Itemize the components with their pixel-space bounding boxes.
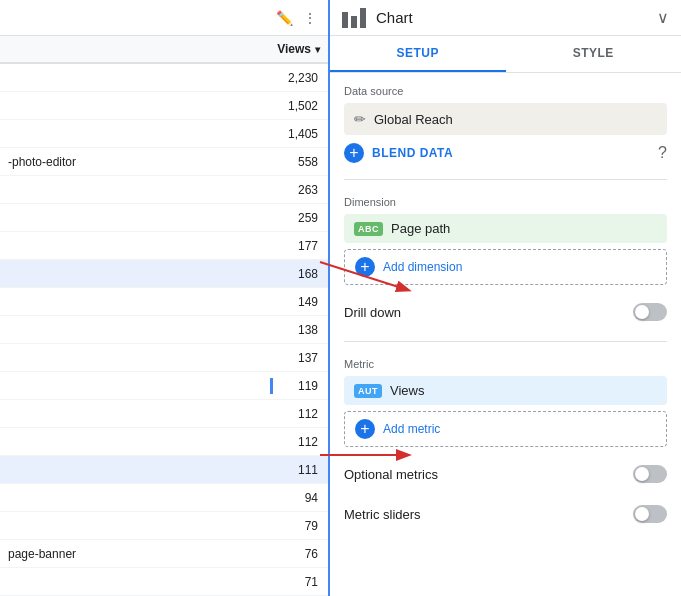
table-row[interactable]: page-banner 76 <box>0 540 328 568</box>
table-body: 2,230 1,502 1,405 -photo-editor 558 263 … <box>0 64 328 596</box>
add-metric-label: Add metric <box>383 422 440 436</box>
table-row[interactable]: 112 <box>0 428 328 456</box>
chart-icon-svg <box>342 8 366 28</box>
dimension-name: Page path <box>391 221 450 236</box>
tab-setup[interactable]: SETUP <box>330 36 506 72</box>
toggle-thumb <box>635 305 649 319</box>
table-row[interactable]: 94 <box>0 484 328 512</box>
add-dimension-label: Add dimension <box>383 260 462 274</box>
chart-header: Chart ∨ <box>330 0 681 36</box>
panel-content: Data source ✏ Global Reach + BLEND DATA … <box>330 73 681 539</box>
metric-box[interactable]: AUT Views <box>344 376 667 405</box>
table-row[interactable]: 263 <box>0 176 328 204</box>
chart-title: Chart <box>376 9 647 26</box>
edit-icon[interactable]: ✏️ <box>274 8 294 28</box>
svg-rect-5 <box>351 16 357 28</box>
col-header-row: Views ▾ <box>0 36 328 64</box>
table-row[interactable]: -photo-editor 558 <box>0 148 328 176</box>
table-row[interactable]: 149 <box>0 288 328 316</box>
drill-down-label: Drill down <box>344 305 401 320</box>
table-row[interactable]: 1,502 <box>0 92 328 120</box>
drill-down-row: Drill down <box>344 299 667 325</box>
dimension-label: Dimension <box>344 196 667 208</box>
table-row[interactable]: 71 <box>0 568 328 596</box>
optional-metrics-label: Optional metrics <box>344 467 438 482</box>
toggle-thumb-2 <box>635 467 649 481</box>
blend-label: BLEND DATA <box>372 146 453 160</box>
metric-section: Metric AUT Views + Add metric <box>344 358 667 447</box>
blend-plus-icon: + <box>344 143 364 163</box>
table-row-highlighted-dimension[interactable]: 168 <box>0 260 328 288</box>
metric-sliders-toggle[interactable] <box>633 505 667 523</box>
blend-data-row[interactable]: + BLEND DATA ? <box>344 143 667 163</box>
table-row[interactable]: 2,230 <box>0 64 328 92</box>
add-metric-plus-icon: + <box>355 419 375 439</box>
table-row[interactable]: 1,405 <box>0 120 328 148</box>
metric-sliders-row: Metric sliders <box>344 501 667 527</box>
bar-indicator <box>270 378 273 394</box>
svg-rect-4 <box>342 12 348 28</box>
data-source-section: Data source ✏ Global Reach + BLEND DATA … <box>344 85 667 163</box>
dimension-section: Dimension ABC Page path + Add dimension <box>344 196 667 285</box>
optional-metrics-toggle[interactable] <box>633 465 667 483</box>
sort-icon: ▾ <box>315 44 320 55</box>
table-row[interactable]: 79 <box>0 512 328 540</box>
table-row-highlighted-metric[interactable]: 111 <box>0 456 328 484</box>
toggle-thumb-3 <box>635 507 649 521</box>
chevron-down-icon[interactable]: ∨ <box>657 8 669 27</box>
chart-icon <box>342 8 366 28</box>
divider-2 <box>344 341 667 342</box>
tab-style[interactable]: STYLE <box>506 36 682 72</box>
table-row[interactable]: 177 <box>0 232 328 260</box>
aut-badge: AUT <box>354 384 382 398</box>
table-row[interactable]: 112 <box>0 400 328 428</box>
add-metric-box[interactable]: + Add metric <box>344 411 667 447</box>
add-dimension-box[interactable]: + Add dimension <box>344 249 667 285</box>
table-row[interactable]: 137 <box>0 344 328 372</box>
metric-label: Metric <box>344 358 667 370</box>
add-dimension-plus-icon: + <box>355 257 375 277</box>
data-source-box[interactable]: ✏ Global Reach <box>344 103 667 135</box>
metric-sliders-label: Metric sliders <box>344 507 421 522</box>
data-source-name: Global Reach <box>374 112 453 127</box>
dimension-box[interactable]: ABC Page path <box>344 214 667 243</box>
table-header: ✏️ ⋮ <box>0 0 328 36</box>
optional-metrics-row: Optional metrics <box>344 461 667 487</box>
divider <box>344 179 667 180</box>
views-col-header[interactable]: Views ▾ <box>277 42 320 56</box>
more-icon[interactable]: ⋮ <box>300 8 320 28</box>
tabs-row: SETUP STYLE <box>330 36 681 73</box>
abc-badge: ABC <box>354 222 383 236</box>
table-actions: ✏️ ⋮ <box>274 8 320 28</box>
drill-down-toggle[interactable] <box>633 303 667 321</box>
table-row[interactable]: 138 <box>0 316 328 344</box>
table-row[interactable]: 259 <box>0 204 328 232</box>
svg-rect-6 <box>360 8 366 28</box>
table-row[interactable]: 119 <box>0 372 328 400</box>
data-source-label: Data source <box>344 85 667 97</box>
help-icon[interactable]: ? <box>658 144 667 162</box>
metric-name: Views <box>390 383 424 398</box>
left-table-panel: ✏️ ⋮ Views ▾ 2,230 1,502 1,405 -photo-ed… <box>0 0 330 596</box>
pencil-icon: ✏ <box>354 111 366 127</box>
right-panel: Chart ∨ SETUP STYLE Data source ✏ Global… <box>330 0 681 596</box>
